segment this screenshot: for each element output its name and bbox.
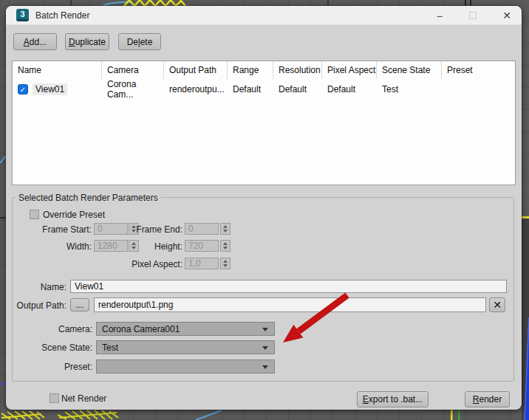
export-bat-button[interactable]: Export to .bat... xyxy=(357,391,429,407)
column-header-scene-state[interactable]: Scene State xyxy=(377,61,442,79)
preset-label: Preset: xyxy=(21,362,92,372)
height-label: Height: xyxy=(109,241,182,252)
row-output-path-cell: renderoutpu... xyxy=(164,79,228,100)
spin-down-icon xyxy=(223,247,228,249)
camera-label: Camera: xyxy=(21,324,92,334)
column-header-preset[interactable]: Preset xyxy=(442,61,515,79)
row-name-label: View01 xyxy=(33,83,67,95)
override-preset-label: Override Preset xyxy=(43,210,105,220)
row-range-cell: Default xyxy=(228,79,273,100)
output-path-input[interactable]: renderoutput\1.png xyxy=(94,297,486,312)
add-button[interactable]: Add... xyxy=(13,33,57,50)
window-title: Batch Render xyxy=(35,10,89,21)
camera-dropdown-value: Corona Camera001 xyxy=(102,324,180,334)
scene-state-dropdown-value: Test xyxy=(102,342,118,353)
minimize-button[interactable]: – xyxy=(429,8,451,23)
row-name-cell: ✓ View01 xyxy=(13,79,102,100)
chevron-down-icon xyxy=(262,346,268,350)
column-header-resolution[interactable]: Resolution xyxy=(273,61,322,79)
title-bar[interactable]: 3 Batch Render – ✕ xyxy=(6,6,522,25)
batch-list-table: Name Camera Output Path Range Resolution… xyxy=(12,61,516,185)
frame-end-label: Frame End: xyxy=(109,224,182,235)
table-header: Name Camera Output Path Range Resolution… xyxy=(13,61,515,79)
parameters-group-label: Selected Batch Render Parameters xyxy=(16,193,161,203)
frame-end-spinner[interactable] xyxy=(220,223,231,235)
table-row[interactable]: ✓ View01 Corona Cam... renderoutpu... De… xyxy=(13,79,515,96)
column-header-camera[interactable]: Camera xyxy=(102,61,164,79)
pixel-aspect-field[interactable]: 1,0 xyxy=(185,258,219,269)
column-header-output-path[interactable]: Output Path xyxy=(164,61,228,79)
close-button[interactable]: ✕ xyxy=(496,8,518,23)
height-field[interactable]: 720 xyxy=(185,240,219,252)
chevron-down-icon xyxy=(262,365,268,369)
override-preset-checkbox[interactable] xyxy=(30,210,39,219)
spin-up-icon xyxy=(223,242,228,245)
output-path-browse-button[interactable]: ... xyxy=(70,298,89,311)
spin-down-icon xyxy=(223,230,228,233)
row-scene-state-cell: Test xyxy=(377,79,442,100)
width-label: Width: xyxy=(21,241,92,252)
column-header-pixel-aspect[interactable]: Pixel Aspect xyxy=(322,61,377,79)
spin-up-icon xyxy=(223,260,228,263)
scene-state-label: Scene State: xyxy=(21,342,92,353)
net-render-label: Net Render xyxy=(61,393,106,404)
pixel-aspect-spinner[interactable] xyxy=(220,258,231,269)
name-input[interactable]: View01 xyxy=(70,280,507,293)
column-header-range[interactable]: Range xyxy=(228,61,273,79)
pixel-aspect-label: Pixel Aspect: xyxy=(109,259,182,269)
app-icon: 3 xyxy=(16,9,29,21)
delete-button[interactable]: Delete xyxy=(118,33,161,50)
frame-end-field[interactable]: 0 xyxy=(185,223,219,235)
duplicate-button[interactable]: Duplicate xyxy=(65,33,109,50)
column-header-name[interactable]: Name xyxy=(13,61,102,79)
batch-render-dialog: 3 Batch Render – ✕ Add... Duplicate Dele… xyxy=(6,6,522,410)
output-path-clear-button[interactable]: ✕ xyxy=(489,297,505,312)
chevron-down-icon xyxy=(262,328,268,331)
camera-dropdown[interactable]: Corona Camera001 xyxy=(96,322,275,336)
row-enabled-checkbox[interactable]: ✓ xyxy=(18,84,28,94)
row-camera-cell: Corona Cam... xyxy=(102,79,164,100)
output-path-label: Output Path: xyxy=(7,300,66,311)
spin-up-icon xyxy=(223,225,228,228)
frame-start-label: Frame Start: xyxy=(21,224,92,235)
preset-dropdown[interactable] xyxy=(96,359,275,373)
maximize-button[interactable] xyxy=(462,8,484,23)
height-spinner[interactable] xyxy=(220,240,231,252)
row-pixel-aspect-cell: Default xyxy=(322,79,377,100)
row-preset-cell xyxy=(442,79,515,100)
scene-state-dropdown[interactable]: Test xyxy=(96,340,275,354)
net-render-checkbox[interactable] xyxy=(50,393,59,403)
maximize-icon xyxy=(469,12,477,19)
row-resolution-cell: Default xyxy=(273,79,322,100)
name-label: Name: xyxy=(13,282,66,292)
spin-down-icon xyxy=(223,264,228,267)
render-button[interactable]: Render xyxy=(465,391,510,407)
